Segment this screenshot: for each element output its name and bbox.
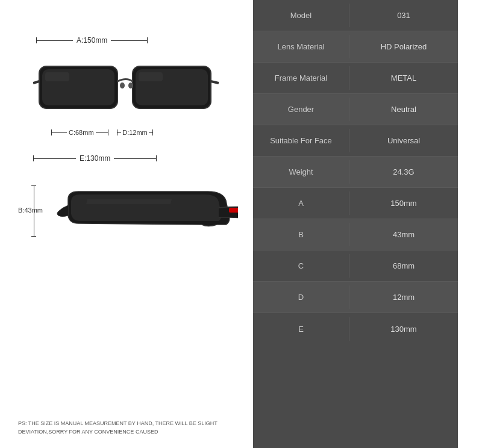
- svg-point-6: [120, 82, 125, 89]
- spec-row-7: B43mm: [253, 219, 458, 250]
- spec-row-1: Lens MaterialHD Polarized: [253, 31, 458, 63]
- c-bar-left: [52, 132, 67, 133]
- left-panel: A:150mm: [0, 0, 253, 448]
- a-bar-right: [111, 40, 147, 41]
- footer-note: PS: THE SIZE IS MANUAL MEASUREMENT BY HA…: [18, 420, 247, 436]
- cd-dimensions: C:68mm D:12mm: [18, 129, 235, 136]
- a-tick-right: [147, 37, 148, 43]
- d-label: D:12mm: [122, 129, 148, 136]
- e-dimension: E:130mm: [18, 154, 235, 163]
- svg-line-4: [33, 81, 39, 83]
- spec-row-4: Suitable For FaceUniversal: [253, 125, 458, 157]
- spec-row-5: Weight24.3G: [253, 157, 458, 188]
- spec-label-8: C: [253, 254, 349, 278]
- spec-value-6: 150mm: [349, 191, 458, 215]
- svg-point-7: [128, 82, 133, 89]
- spec-value-10: 130mm: [349, 317, 458, 341]
- spec-value-8: 68mm: [349, 254, 458, 278]
- d-dimension: D:12mm: [117, 129, 153, 136]
- svg-rect-9: [139, 72, 163, 81]
- a-bar-left: [37, 40, 73, 41]
- d-bar-left: [117, 132, 121, 133]
- c-bar-right: [96, 132, 108, 133]
- spec-row-10: E130mm: [253, 313, 458, 344]
- front-section: A:150mm: [18, 36, 235, 136]
- glasses-side-svg: [51, 170, 238, 255]
- b-label: B:43mm: [18, 207, 43, 214]
- svg-rect-8: [45, 72, 69, 81]
- spec-row-0: Model031: [253, 0, 458, 31]
- specs-table: Model031Lens MaterialHD PolarizedFrame M…: [253, 0, 458, 448]
- c-tick-right: [108, 129, 108, 135]
- spec-row-6: A150mm: [253, 188, 458, 219]
- spec-label-2: Frame Material: [253, 66, 349, 90]
- spec-label-6: A: [253, 191, 349, 215]
- svg-line-5: [211, 81, 219, 83]
- spec-label-7: B: [253, 223, 349, 246]
- spec-row-8: C68mm: [253, 250, 458, 282]
- spec-row-3: GenderNeutral: [253, 94, 458, 125]
- spec-label-5: Weight: [253, 160, 349, 184]
- spec-label-0: Model: [253, 4, 349, 27]
- spec-row-2: Frame MaterialMETAL: [253, 63, 458, 94]
- spec-value-3: Neutral: [349, 98, 458, 121]
- spec-label-9: D: [253, 285, 349, 309]
- footer-text: PS: THE SIZE IS MANUAL MEASUREMENT BY HA…: [18, 420, 218, 435]
- side-view-container: B:43mm: [18, 167, 235, 258]
- glasses-front-view: [33, 48, 220, 126]
- e-label: E:130mm: [80, 154, 110, 163]
- c-dimension: C:68mm: [51, 129, 114, 136]
- spec-label-3: Gender: [253, 98, 349, 121]
- glasses-front-svg: [33, 48, 220, 126]
- spec-label-10: E: [253, 317, 349, 341]
- spec-value-7: 43mm: [349, 223, 458, 246]
- e-bar-right: [114, 158, 156, 159]
- side-section: E:130mm B:43mm: [18, 154, 235, 258]
- spec-value-4: Universal: [349, 129, 458, 152]
- spec-value-1: HD Polarized: [349, 35, 458, 58]
- d-tick-right: [152, 129, 153, 135]
- spec-row-9: D12mm: [253, 282, 458, 313]
- spec-value-0: 031: [349, 4, 458, 27]
- main-container: A:150mm: [0, 0, 482, 448]
- spec-value-9: 12mm: [349, 285, 458, 309]
- spec-label-1: Lens Material: [253, 35, 349, 58]
- a-label: A:150mm: [77, 36, 107, 45]
- spec-label-4: Suitable For Face: [253, 129, 349, 152]
- spec-value-5: 24.3G: [349, 160, 458, 184]
- e-bar-left: [34, 158, 76, 159]
- b-tick-bottom: [31, 236, 36, 237]
- a-dimension: A:150mm: [18, 36, 235, 45]
- c-label: C:68mm: [69, 129, 94, 136]
- spec-value-2: METAL: [349, 66, 458, 90]
- svg-rect-10: [229, 208, 238, 213]
- e-tick-right: [156, 155, 157, 161]
- glasses-side-view: [51, 170, 238, 255]
